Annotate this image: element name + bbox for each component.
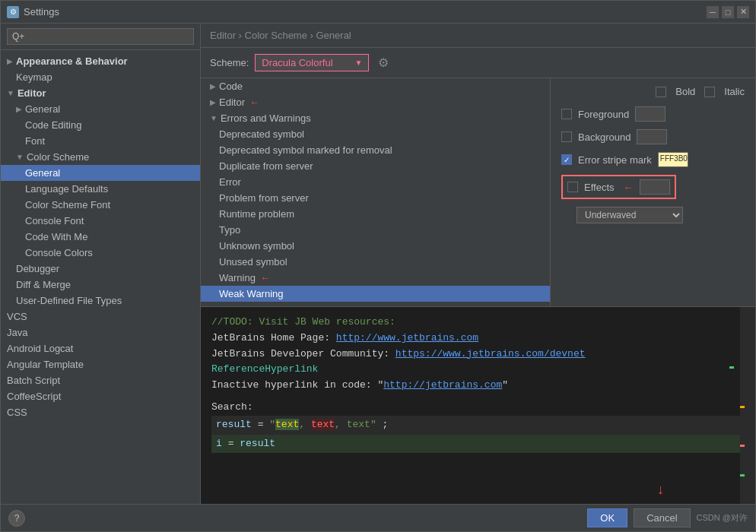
sidebar-item-diff-merge[interactable]: Diff & Merge: [1, 277, 200, 293]
preview-content: //TODO: Visit JB Web resources: JetBrain…: [201, 307, 755, 461]
scheme-tree-deprecated-removal[interactable]: Deprecated symbol marked for removal: [201, 142, 550, 158]
scheme-tree-duplicate[interactable]: Duplicate from server: [201, 158, 550, 174]
sidebar-item-console-font[interactable]: Console Font: [1, 213, 200, 229]
scheme-tree-unused[interactable]: Unused symbol: [201, 254, 550, 270]
cancel-button[interactable]: Cancel: [634, 508, 690, 527]
sidebar-item-console-colors[interactable]: Console Colors: [1, 245, 200, 261]
effects-checkbox[interactable]: [567, 182, 578, 192]
sidebar-item-general[interactable]: ▶ General: [1, 101, 200, 117]
right-panel: Editor › Color Scheme › General Scheme: …: [201, 24, 755, 504]
scheme-select[interactable]: Dracula Colorful ▼: [255, 54, 369, 71]
help-button[interactable]: ?: [8, 510, 25, 527]
scheme-tree-error[interactable]: Error: [201, 174, 550, 190]
preview-comma2: ,: [335, 419, 347, 430]
preview-ref-link: ReferenceHyperlink: [211, 363, 318, 375]
foreground-label: Foreground: [578, 109, 629, 120]
background-checkbox[interactable]: [561, 131, 572, 142]
scrollbar-markers-track: [740, 307, 745, 504]
error-stripe-checkbox[interactable]: [561, 154, 572, 165]
preview-equals: =: [258, 419, 270, 430]
sidebar-tree: ▶ Appearance & Behavior Keymap ▼ Editor …: [1, 50, 200, 504]
sidebar-item-java[interactable]: Java: [1, 325, 200, 340]
foreground-color-swatch[interactable]: [635, 106, 665, 122]
italic-checkbox[interactable]: [704, 87, 715, 97]
preview-string-close: ": [370, 419, 376, 430]
sidebar-item-general-selected[interactable]: General: [1, 165, 200, 181]
sidebar: ▶ Appearance & Behavior Keymap ▼ Editor …: [1, 24, 201, 504]
search-input[interactable]: [7, 28, 194, 45]
red-arrow-ok-icon: ↓: [657, 482, 664, 498]
preview-line1: JetBrains Home Page: http://www.jetbrain…: [211, 331, 745, 347]
preview-equals2: =: [228, 438, 240, 449]
scheme-settings-button[interactable]: ⚙: [375, 54, 392, 71]
preview-search: Search:: [211, 400, 745, 416]
sidebar-item-code-with-me[interactable]: Code With Me: [1, 229, 200, 245]
sidebar-item-debugger[interactable]: Debugger: [1, 261, 200, 277]
scheme-tree-errors[interactable]: ▼ Errors and Warnings: [201, 110, 550, 126]
window-controls: ─ □ ✕: [707, 6, 749, 18]
marker-red-1: [740, 445, 745, 447]
sidebar-item-appearance[interactable]: ▶ Appearance & Behavior: [1, 53, 200, 69]
bold-italic-row: Bold Italic: [561, 86, 745, 97]
scheme-tree-editor[interactable]: ▶ Editor ←: [201, 94, 550, 110]
expand-icon: ▼: [210, 114, 218, 122]
preview-line2-link: https://www.jetbrains.com/devnet: [395, 348, 586, 359]
main-content: ▶ Appearance & Behavior Keymap ▼ Editor …: [1, 24, 755, 504]
bold-checkbox[interactable]: [656, 87, 666, 97]
foreground-checkbox[interactable]: [561, 109, 572, 119]
window-title: Settings: [24, 6, 707, 17]
bottom-right: OK Cancel CSDN @对许: [587, 508, 748, 527]
sidebar-item-coffeescript[interactable]: CoffeeScript: [1, 388, 200, 404]
sidebar-item-vcs[interactable]: VCS: [1, 309, 200, 325]
effects-dropdown-row: Underwaved Bordered Box Bold dotted line…: [577, 207, 745, 223]
watermark-label: CSDN @对许: [697, 512, 748, 524]
preview-inactive-link: http://jetbrains.com: [383, 379, 502, 391]
scheme-tree-unknown[interactable]: Unknown symbol: [201, 238, 550, 254]
preview-line1-text: JetBrains Home Page:: [211, 332, 336, 344]
scheme-tree-weak-warning[interactable]: Weak Warning: [201, 286, 550, 302]
sidebar-item-keymap[interactable]: Keymap: [1, 69, 200, 85]
sidebar-item-editor[interactable]: ▼ Editor: [1, 85, 200, 101]
effects-color-swatch[interactable]: [640, 179, 670, 195]
sidebar-item-color-scheme-font[interactable]: Color Scheme Font: [1, 197, 200, 213]
background-color-swatch[interactable]: [637, 129, 667, 144]
preview-panel: //TODO: Visit JB Web resources: JetBrain…: [201, 306, 755, 504]
sidebar-item-user-defined[interactable]: User-Defined File Types: [1, 293, 200, 309]
settings-window: ⚙ Settings ─ □ ✕ ▶ Appearance & Behavior…: [0, 0, 756, 532]
preview-line1-link: http://www.jetbrains.com: [336, 332, 478, 344]
maximize-button[interactable]: □: [722, 6, 734, 18]
preview-line2-text: JetBrains Developer Community:: [211, 348, 395, 359]
close-button[interactable]: ✕: [737, 6, 749, 18]
sidebar-item-css[interactable]: CSS: [1, 404, 200, 420]
error-stripe-row: Error stripe mark FFF3B0: [561, 152, 745, 167]
marker-green-2: [740, 474, 745, 477]
preview-scrollbar[interactable]: [745, 307, 755, 504]
red-arrow-icon: ←: [249, 97, 259, 108]
sidebar-item-angular-template[interactable]: Angular Template: [1, 356, 200, 372]
sidebar-item-batch-script[interactable]: Batch Script: [1, 372, 200, 388]
sidebar-item-color-scheme[interactable]: ▼ Color Scheme: [1, 149, 200, 165]
marker-green-1: [729, 366, 734, 369]
error-stripe-swatch[interactable]: FFF3B0: [658, 152, 688, 167]
scheme-tree-typo[interactable]: Typo: [201, 222, 550, 238]
expand-icon: ▶: [210, 98, 216, 106]
effects-label: Effects: [584, 182, 615, 193]
minimize-button[interactable]: ─: [707, 6, 719, 18]
sidebar-item-android-logcat[interactable]: Android Logcat: [1, 340, 200, 356]
expand-icon: ▶: [210, 82, 216, 90]
scheme-tree-deprecated[interactable]: Deprecated symbol: [201, 126, 550, 142]
search-box: [1, 24, 200, 50]
scheme-tree-warning[interactable]: Warning ←: [201, 270, 550, 286]
scheme-tree-code[interactable]: ▶ Code: [201, 78, 550, 94]
sidebar-item-font[interactable]: Font: [1, 133, 200, 149]
expand-arrow: ▼: [16, 153, 24, 161]
preview-result-var: result: [216, 419, 252, 430]
scheme-tree-runtime[interactable]: Runtime problem: [201, 206, 550, 222]
scheme-tree-problem[interactable]: Problem from server: [201, 190, 550, 206]
effects-select[interactable]: Underwaved Bordered Box Bold dotted line…: [577, 207, 683, 223]
ok-button[interactable]: OK: [587, 508, 627, 527]
sidebar-item-code-editing[interactable]: Code Editing: [1, 117, 200, 133]
preview-line4-text: Inactive hyperlink in code:: [211, 379, 377, 391]
sidebar-item-language-defaults[interactable]: Language Defaults: [1, 181, 200, 197]
panel-top: ▶ Code ▶ Editor ← ▼ Errors and Warnings: [201, 78, 755, 306]
